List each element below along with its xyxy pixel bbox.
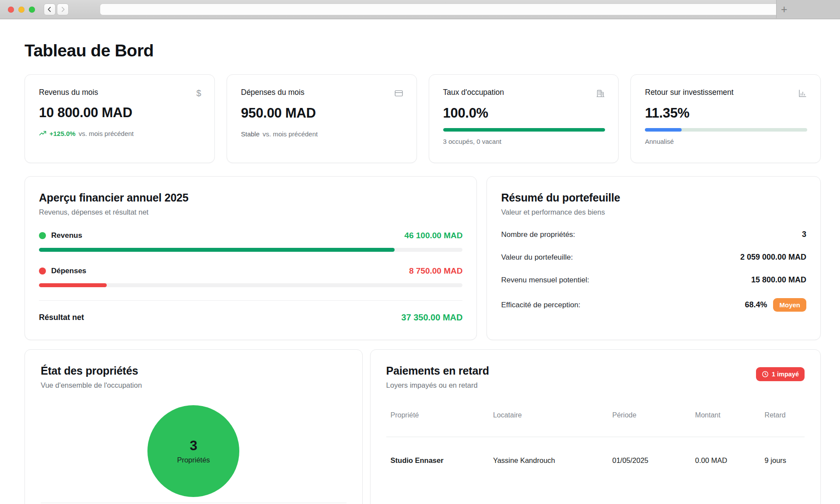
- column-header: Propriété: [386, 411, 489, 437]
- cell-amount: 0.00 MAD: [691, 437, 760, 465]
- occupation-progress-bar: [443, 128, 606, 132]
- column-header: Montant: [691, 411, 760, 437]
- trend-value: Stable: [241, 130, 260, 138]
- back-button[interactable]: [44, 3, 56, 15]
- chevron-right-icon: [60, 7, 66, 12]
- stat-card-occupation: Taux d'occupation 100.0% 3 occupés, 0 va…: [429, 74, 619, 163]
- card-title: Paiements en retard: [386, 365, 489, 377]
- divider: [41, 503, 346, 503]
- portfolio-row: Efficacité de perception: 68.4% Moyen: [501, 298, 806, 312]
- credit-card-icon: [394, 89, 403, 98]
- property-count-label: Propriétés: [177, 456, 210, 464]
- card-title: État des propriétés: [41, 365, 346, 377]
- stat-label: Dépenses du mois: [241, 88, 304, 97]
- net-value: 37 350.00 MAD: [401, 313, 462, 323]
- portfolio-summary-card: Résumé du portefeuille Valeur et perform…: [486, 176, 821, 340]
- portfolio-row: Revenu mensuel potentiel: 15 800.00 MAD: [501, 275, 806, 285]
- card-subtitle: Vue d'ensemble de l'occupation: [41, 381, 346, 389]
- financial-overview-card: Aperçu financier annuel 2025 Revenus, dé…: [24, 176, 477, 340]
- forward-button[interactable]: [57, 3, 69, 15]
- late-payments-table: Propriété Locataire Période Montant Reta…: [386, 411, 805, 465]
- property-count: 3: [190, 438, 197, 454]
- portfolio-row: Valeur du portefeuille: 2 059 000.00 MAD: [501, 253, 806, 262]
- stat-value: 100.0%: [443, 105, 606, 121]
- card-subtitle: Revenus, dépenses et résultat net: [39, 208, 462, 216]
- unpaid-badge: 1 impayé: [756, 367, 805, 381]
- page-title: Tableau de Bord: [24, 41, 821, 60]
- dollar-icon: $: [196, 89, 201, 97]
- portfolio-row: Nombre de propriétés: 3: [501, 230, 806, 239]
- stat-card-depenses: Dépenses du mois 950.00 MAD Stable vs. m…: [227, 74, 417, 163]
- efficiency-value: 68.4%: [745, 300, 767, 309]
- efficiency-badge: Moyen: [773, 298, 806, 312]
- stat-value: 950.00 MAD: [241, 105, 403, 121]
- fullscreen-window-button[interactable]: [29, 7, 35, 13]
- column-header: Locataire: [489, 411, 608, 437]
- depenses-progress-bar: [39, 283, 462, 287]
- cell-period: 01/05/2025: [608, 437, 690, 465]
- stat-card-roi: Retour sur investissement 11.35% Annuali…: [630, 74, 821, 163]
- net-label: Résultat net: [39, 313, 84, 322]
- depenses-legend-dot: [39, 268, 46, 275]
- revenus-value: 46 100.00 MAD: [404, 231, 462, 240]
- column-header: Période: [608, 411, 690, 437]
- occupancy-circle-chart: 3 Propriétés: [147, 405, 239, 497]
- card-title: Aperçu financier annuel 2025: [39, 191, 462, 204]
- stat-label: Taux d'occupation: [443, 88, 504, 97]
- revenus-legend-dot: [39, 232, 46, 239]
- trending-up-icon: [39, 130, 46, 137]
- browser-chrome: ↻ +: [0, 0, 840, 19]
- trend-note: vs. mois précédent: [262, 130, 318, 138]
- stat-value: 10 800.00 MAD: [39, 105, 201, 121]
- property-status-card: État des propriétés Vue d'ensemble de l'…: [24, 349, 363, 504]
- stat-label: Revenus du mois: [39, 88, 98, 97]
- window-controls: [0, 7, 35, 13]
- new-tab-button[interactable]: +: [781, 4, 788, 15]
- minimize-window-button[interactable]: [18, 7, 24, 13]
- chevron-left-icon: [47, 7, 52, 12]
- card-subtitle: Valeur et performance des biens: [501, 208, 806, 216]
- revenus-progress-bar: [39, 248, 462, 252]
- cell-property: Studio Ennaser: [386, 437, 489, 465]
- stat-label: Retour sur investissement: [645, 88, 733, 97]
- revenus-label: Revenus: [51, 231, 82, 240]
- clock-icon: [762, 371, 769, 378]
- dashboard-page: Tableau de Bord Revenus du mois $ 10 800…: [0, 41, 840, 504]
- bar-chart-icon: [798, 89, 807, 98]
- table-row[interactable]: Studio Ennaser Yassine Kandrouch 01/05/2…: [386, 437, 805, 465]
- stat-card-revenus: Revenus du mois $ 10 800.00 MAD +125.0% …: [24, 74, 215, 163]
- building-icon: [596, 89, 605, 98]
- cell-tenant: Yassine Kandrouch: [489, 437, 608, 465]
- column-header: Retard: [760, 411, 805, 437]
- stat-note: 3 occupés, 0 vacant: [443, 138, 606, 145]
- depenses-value: 8 750.00 MAD: [409, 266, 463, 276]
- stat-value: 11.35%: [645, 105, 807, 121]
- cell-delay: 9 jours: [760, 437, 805, 465]
- stat-note: Annualisé: [645, 138, 807, 145]
- url-bar[interactable]: ↻: [100, 3, 818, 15]
- close-window-button[interactable]: [8, 7, 14, 13]
- card-subtitle: Loyers impayés ou en retard: [386, 381, 489, 389]
- late-payments-card: Paiements en retard Loyers impayés ou en…: [370, 349, 821, 504]
- trend-value: +125.0%: [49, 130, 76, 137]
- trend-note: vs. mois précédent: [79, 130, 134, 137]
- card-title: Résumé du portefeuille: [501, 191, 806, 204]
- tab-strip: +: [776, 0, 840, 18]
- depenses-label: Dépenses: [51, 267, 86, 275]
- roi-progress-bar: [645, 128, 807, 132]
- stat-cards-row: Revenus du mois $ 10 800.00 MAD +125.0% …: [24, 74, 821, 163]
